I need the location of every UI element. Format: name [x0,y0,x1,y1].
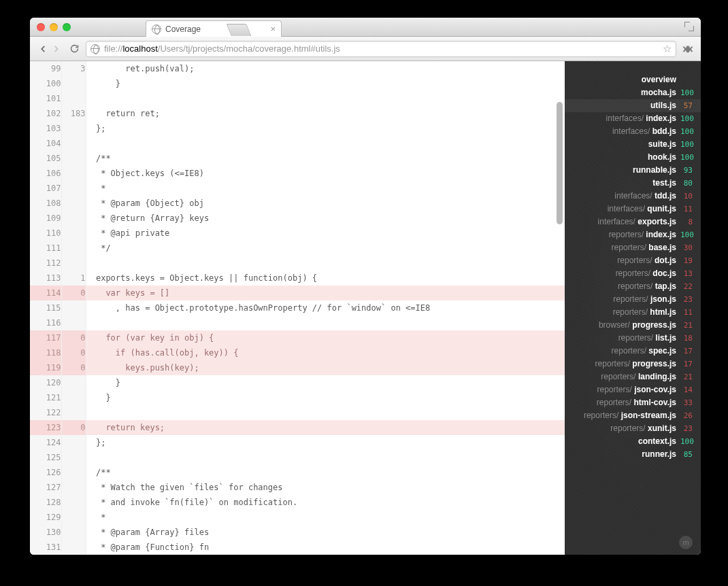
sidebar-label: mocha.js [641,86,676,99]
code-line: 116 [30,315,565,330]
coverage-value: 30 [676,241,693,254]
hit-count [61,181,86,196]
back-button[interactable] [37,43,49,55]
sidebar-file[interactable]: interfaces/ tdd.js10 [565,190,701,203]
source-text: return keys; [86,420,565,435]
line-number: 107 [30,181,61,196]
sidebar-file[interactable]: reporters/ dot.js19 [565,254,701,267]
sidebar-label: utils.js [650,99,676,112]
sidebar-file[interactable]: mocha.js100 [565,86,701,99]
coverage-value: 26 [676,409,693,422]
hit-count [61,211,86,226]
sidebar-file[interactable]: reporters/ doc.js13 [565,267,701,280]
source-text: ret.push(val); [86,61,565,76]
source-text [86,256,565,271]
sidebar-file[interactable]: reporters/ base.js30 [565,241,701,254]
sidebar-file[interactable]: reporters/ landing.js21 [565,370,701,383]
close-tab-icon[interactable]: × [270,24,276,34]
minimize-window-button[interactable] [50,23,58,31]
reload-button[interactable] [68,43,80,55]
code-line: 129 * [30,510,565,525]
sidebar-file[interactable]: reporters/ html.js11 [565,306,701,319]
coverage-sidebar: overviewmocha.js100utils.js57interfaces/… [565,61,701,555]
sidebar-file[interactable]: suite.js100 [565,138,701,151]
sidebar-label: interfaces/ qunit.js [608,203,676,216]
sidebar-file[interactable]: interfaces/ qunit.js11 [565,203,701,216]
browser-tab[interactable]: Coverage × [146,20,282,37]
scrollbar[interactable] [555,61,563,555]
code-line: 101 [30,91,565,106]
forward-button[interactable] [50,43,63,55]
source-text: if (has.call(obj, key)) { [86,345,565,360]
sidebar-label: browser/ progress.js [599,319,676,332]
sidebar-file[interactable]: interfaces/ exports.js8 [565,216,701,228]
source-text: * [86,181,565,196]
coverage-value: 100 [676,151,693,164]
code-line: 1190 keys.push(key); [30,360,565,375]
sidebar-file[interactable]: reporters/ json-stream.js26 [565,409,701,422]
source-text: } [86,76,565,91]
hit-count [61,480,86,495]
source-text: for (var key in obj) { [86,330,565,345]
hit-count: 0 [61,330,86,345]
sidebar-label: reporters/ xunit.js [610,422,676,435]
close-window-button[interactable] [37,23,45,31]
sidebar-file[interactable]: utils.js57 [565,99,701,112]
sidebar-file[interactable]: test.js80 [565,177,701,190]
source-text: /** [86,151,565,166]
sidebar-file[interactable]: reporters/ xunit.js23 [565,422,701,435]
bookmark-icon[interactable]: ☆ [663,43,672,55]
line-number: 130 [30,525,61,540]
coverage-value: 17 [676,345,693,358]
sidebar-file[interactable]: reporters/ list.js18 [565,332,701,345]
code-line: 110 * @api private [30,226,565,241]
sidebar-file[interactable]: interfaces/ index.js100 [565,112,701,125]
sidebar-file[interactable]: reporters/ tap.js22 [565,280,701,293]
source-text: * Watch the given `files` for changes [86,480,565,495]
source-text: exports.keys = Object.keys || function(o… [86,271,565,286]
sidebar-label: reporters/ doc.js [616,267,676,280]
settings-icon[interactable] [682,43,694,55]
zoom-window-button[interactable] [63,23,71,31]
sidebar-file[interactable]: reporters/ index.js100 [565,228,701,241]
scroll-thumb[interactable] [557,102,563,224]
address-bar[interactable]: file://localhost/Users/tj/projects/mocha… [86,41,676,57]
sidebar-file[interactable]: browser/ progress.js21 [565,319,701,332]
code-line: 128 * and invoke `fn(file)` on modificat… [30,495,565,510]
fullscreen-icon[interactable] [684,22,694,31]
hit-count [61,405,86,420]
sidebar-file[interactable]: reporters/ json-cov.js14 [565,383,701,396]
code-line: 106 * Object.keys (<=IE8) [30,166,565,181]
sidebar-file[interactable]: reporters/ html-cov.js33 [565,396,701,409]
hit-count [61,76,86,91]
sidebar-file[interactable]: runner.js85 [565,448,701,461]
line-number: 121 [30,390,61,405]
code-line: 111 */ [30,241,565,256]
line-number: 112 [30,256,61,271]
hit-count [61,300,86,315]
coverage-value: 8 [676,216,693,228]
sidebar-file[interactable]: reporters/ progress.js17 [565,358,701,370]
line-number: 116 [30,315,61,330]
tab-title: Coverage [165,24,201,34]
code-line: 109 * @return {Array} keys [30,211,565,226]
line-number: 124 [30,435,61,450]
sidebar-file[interactable]: runnable.js93 [565,164,701,177]
line-number: 109 [30,211,61,226]
sidebar-file[interactable]: reporters/ spec.js17 [565,345,701,358]
hit-count [61,91,86,106]
hit-count: 0 [61,420,86,435]
coverage-value: 100 [676,435,693,448]
sidebar-label: reporters/ spec.js [612,345,676,358]
sidebar-overview[interactable]: overview [565,73,701,86]
source-text [86,405,565,420]
sidebar-file[interactable]: reporters/ json.js23 [565,293,701,306]
sidebar-file[interactable]: hook.js100 [565,151,701,164]
sidebar-file[interactable]: context.js100 [565,435,701,448]
sidebar-file[interactable]: interfaces/ bdd.js100 [565,125,701,138]
sidebar-label: interfaces/ bdd.js [612,125,676,138]
code-line: 125 [30,450,565,465]
sidebar-label: runnable.js [633,164,676,177]
line-number: 110 [30,226,61,241]
code-table: 993 ret.push(val);100 }101102183 return … [30,61,565,555]
